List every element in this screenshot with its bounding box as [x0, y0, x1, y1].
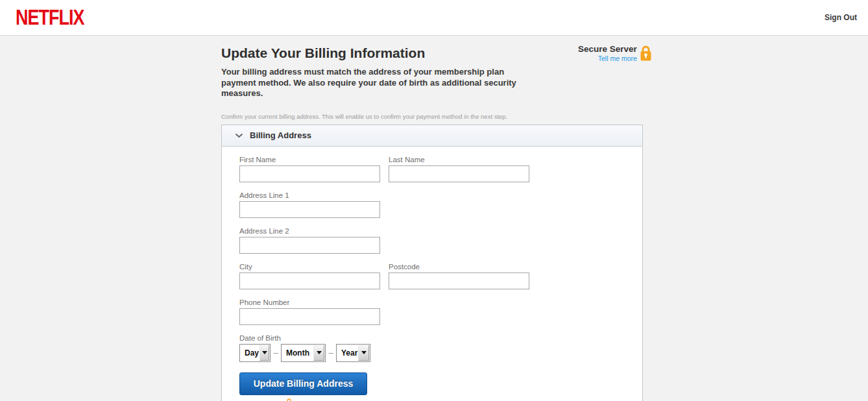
top-bar: NETFLIX Sign Out	[0, 0, 868, 36]
phone-input[interactable]	[239, 308, 380, 325]
dob-day-dropdown-button[interactable]	[259, 345, 269, 361]
billing-form: First Name Last Name Address Line 1 Addr…	[222, 147, 642, 401]
address2-label: Address Line 2	[239, 227, 642, 235]
postcode-label: Postcode	[389, 263, 529, 271]
billing-address-panel: Billing Address First Name Last Name	[221, 125, 643, 401]
last-name-group: Last Name	[389, 156, 529, 182]
dob-label: Date of Birth	[239, 334, 642, 342]
postcode-input[interactable]	[389, 273, 529, 289]
dob-year-value: Year	[337, 345, 357, 361]
chevron-down-icon	[235, 133, 243, 138]
address1-label: Address Line 1	[239, 191, 642, 199]
city-input[interactable]	[239, 273, 380, 289]
dob-month-dropdown-button[interactable]	[313, 345, 324, 361]
fine-print: Confirm your current billing address. Th…	[221, 113, 643, 120]
secure-server-note: Secure Server	[239, 398, 642, 401]
dob-separator: –	[271, 348, 281, 358]
dob-day-value: Day	[240, 345, 259, 361]
address1-group: Address Line 1	[239, 191, 642, 218]
phone-label: Phone Number	[239, 298, 642, 306]
sign-out-link[interactable]: Sign Out	[825, 13, 857, 22]
page-subtitle: Your billing address must match the addr…	[221, 67, 521, 99]
first-name-input[interactable]	[239, 165, 380, 182]
dob-month-select[interactable]: Month	[281, 344, 326, 362]
phone-group: Phone Number	[239, 298, 642, 325]
postcode-group: Postcode	[389, 263, 529, 289]
update-billing-address-button[interactable]: Update Billing Address	[239, 372, 367, 395]
section-title: Billing Address	[250, 130, 311, 140]
last-name-input[interactable]	[389, 165, 529, 182]
dob-month-value: Month	[282, 345, 309, 361]
dob-group: Date of Birth Day – Month	[239, 334, 642, 362]
last-name-label: Last Name	[389, 156, 529, 164]
dob-year-dropdown-button[interactable]	[358, 345, 369, 361]
city-label: City	[239, 263, 380, 271]
dob-year-select[interactable]: Year	[336, 344, 370, 362]
address2-group: Address Line 2	[239, 227, 642, 254]
address1-input[interactable]	[239, 201, 380, 218]
billing-address-section-header[interactable]: Billing Address	[222, 125, 642, 147]
content-area: Secure Server Tell me more Update Your B…	[0, 36, 868, 400]
dob-day-select[interactable]: Day	[239, 344, 271, 362]
first-name-label: First Name	[239, 156, 380, 164]
lock-icon-small	[285, 398, 293, 401]
netflix-logo[interactable]: NETFLIX	[16, 5, 84, 30]
address2-input[interactable]	[239, 237, 380, 254]
dob-separator: –	[326, 348, 336, 358]
main-column: Update Your Billing Information Your bil…	[221, 36, 643, 401]
city-group: City	[239, 263, 380, 289]
first-name-group: First Name	[239, 156, 380, 182]
page-title: Update Your Billing Information	[221, 45, 643, 61]
